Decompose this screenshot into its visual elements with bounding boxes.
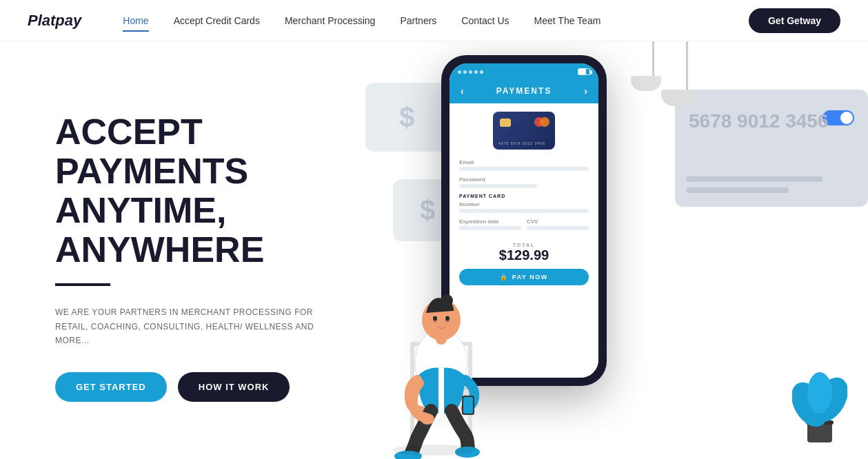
nav-links: Home Accept Credit Cards Merchant Proces… bbox=[123, 15, 749, 26]
bg-toggle-knob bbox=[840, 112, 853, 124]
payment-card-label: PAYMENT CARD bbox=[459, 194, 589, 198]
nav-merchant-processing[interactable]: Merchant Processing bbox=[285, 15, 376, 26]
bg-card-digits: 5678 9012 3456 bbox=[689, 110, 828, 132]
dot-1 bbox=[458, 70, 461, 74]
phone-signal-dots bbox=[458, 70, 483, 74]
card-logo bbox=[534, 117, 549, 127]
svg-point-16 bbox=[441, 294, 453, 307]
nav-home[interactable]: Home bbox=[123, 15, 148, 26]
hero-left: ACCEPT PAYMENTS ANYTIME, ANYWHERE WE ARE… bbox=[0, 41, 359, 459]
hero-buttons: GET STARTED HOW IT WORK bbox=[55, 372, 331, 402]
pay-btn-label: PAY NOW bbox=[512, 274, 548, 280]
password-label: Password bbox=[459, 176, 589, 183]
main-content: ACCEPT PAYMENTS ANYTIME, ANYWHERE WE ARE… bbox=[0, 41, 868, 459]
dot-3 bbox=[469, 70, 472, 74]
hero-underline bbox=[55, 283, 110, 286]
cvv-input-bar bbox=[527, 226, 589, 230]
person-illustration bbox=[372, 225, 510, 459]
nav-meet-the-team[interactable]: Meet The Team bbox=[534, 15, 601, 26]
bg-dollar-1: $ bbox=[365, 83, 448, 152]
get-gateway-button[interactable]: Get Getway bbox=[749, 8, 840, 33]
nav-partners[interactable]: Partners bbox=[400, 15, 436, 26]
mastercard-right bbox=[540, 117, 549, 127]
phone-battery-fill bbox=[578, 69, 586, 74]
phone-header: ‹ PAYMENTS › bbox=[450, 80, 598, 103]
plant-svg bbox=[792, 353, 847, 449]
get-started-button[interactable]: GET STARTED bbox=[55, 372, 167, 402]
plant-decoration bbox=[792, 353, 847, 452]
person-shadow bbox=[393, 445, 476, 456]
phone-battery bbox=[578, 68, 590, 75]
svg-point-21 bbox=[421, 414, 434, 425]
bg-card-line-1 bbox=[686, 176, 822, 182]
expiry-label: Expiration date bbox=[459, 218, 521, 225]
person-svg bbox=[372, 225, 510, 459]
navbar: Platpay Home Accept Credit Cards Merchan… bbox=[0, 0, 868, 41]
phone-back-chevron: ‹ bbox=[461, 85, 464, 96]
hero-title: ACCEPT PAYMENTS ANYTIME, ANYWHERE bbox=[55, 112, 331, 270]
dot-4 bbox=[474, 70, 478, 74]
card-chip bbox=[500, 119, 511, 127]
svg-point-27 bbox=[807, 372, 832, 414]
phone-forward-chevron: › bbox=[584, 85, 587, 96]
cvv-label: CVV bbox=[527, 218, 589, 225]
phone-status-bar bbox=[450, 63, 598, 80]
nav-accept-credit-cards[interactable]: Accept Credit Cards bbox=[174, 15, 260, 26]
phone-title: PAYMENTS bbox=[496, 86, 552, 96]
hero-subtitle: WE ARE YOUR PARTNERS IN MERCHANT PROCESS… bbox=[55, 305, 331, 347]
nav-contact-us[interactable]: Contact Us bbox=[461, 15, 509, 26]
svg-point-19 bbox=[433, 316, 437, 321]
mini-credit-card: 4876 5676 9012 3456 bbox=[493, 112, 555, 150]
svg-rect-11 bbox=[463, 397, 473, 414]
lamp-2 bbox=[645, 41, 661, 91]
number-input-bar bbox=[459, 209, 589, 213]
password-input-bar bbox=[459, 184, 537, 188]
hero-right: $ $ 5678 9012 3456 bbox=[359, 41, 868, 459]
bg-card-rect: 5678 9012 3456 bbox=[675, 90, 868, 207]
cvv-col: CVV bbox=[527, 218, 589, 236]
email-input-bar bbox=[459, 167, 589, 171]
brand-logo: Platpay bbox=[28, 12, 81, 30]
bg-card-line-2 bbox=[686, 187, 789, 193]
number-label: Number bbox=[459, 201, 589, 207]
svg-point-20 bbox=[445, 316, 450, 321]
card-number-display: 4876 5676 9012 3456 bbox=[498, 141, 549, 145]
dot-5 bbox=[480, 70, 483, 74]
email-label: Email bbox=[459, 159, 589, 165]
how-it-work-button[interactable]: HOW IT WORK bbox=[178, 372, 290, 402]
dot-2 bbox=[463, 70, 467, 74]
lamp-1 bbox=[678, 41, 696, 106]
